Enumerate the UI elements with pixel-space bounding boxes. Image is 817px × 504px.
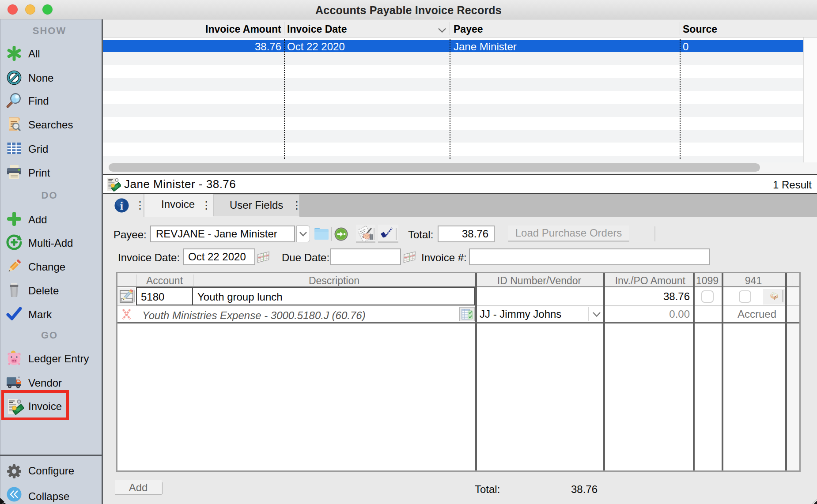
svg-text:i: i [120, 199, 123, 212]
